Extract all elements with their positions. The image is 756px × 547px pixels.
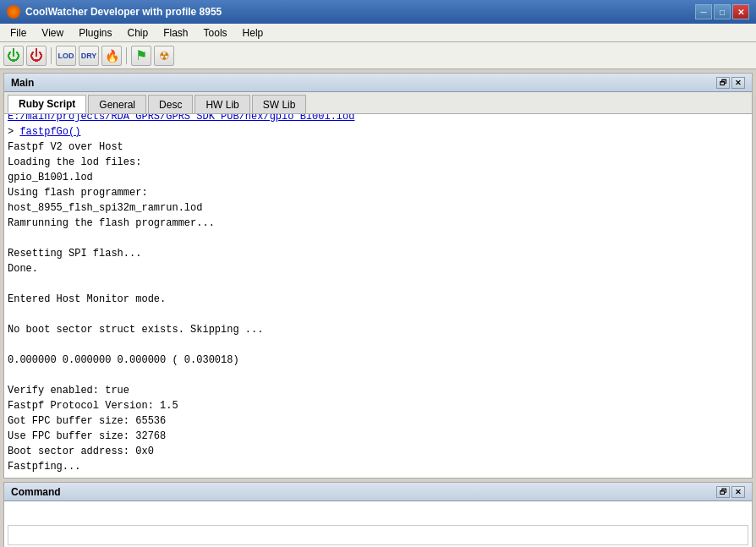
- log-line: Got FPC buffer size: 65536: [8, 413, 748, 429]
- command-panel: Command 🗗 ✕: [3, 482, 753, 547]
- log-line: Ramrunning the flash programmer...: [8, 216, 748, 231]
- log-line: [8, 276, 748, 292]
- menu-item-chip[interactable]: Chip: [121, 25, 156, 41]
- main-panel-header: Main 🗗 ✕: [4, 74, 752, 92]
- menu-bar: FileViewPluginsChipFlashToolsHelp: [0, 24, 756, 42]
- log-line: gpio_B1001.lod: [8, 170, 748, 185]
- log-line: Verify enabled: true: [8, 383, 748, 398]
- log-line: 0.000000 0.000000 0.000000 ( 0.030018): [8, 353, 748, 368]
- maximize-button[interactable]: □: [714, 4, 731, 19]
- command-panel-title: Command: [11, 486, 61, 498]
- window-title: CoolWatcher Developer with profile 8955: [25, 6, 222, 18]
- log-content-area[interactable]: EVENT SNIFFING ERROR: CONNECTION BROKEN?…: [4, 114, 752, 478]
- flag-button[interactable]: ⚑: [131, 46, 151, 66]
- toolbar: ⏻ ⏻ LOD DRY 🔥 ⚑ ☢: [0, 42, 756, 69]
- command-panel-controls: 🗗 ✕: [716, 486, 745, 498]
- log-line: [8, 368, 748, 383]
- log-line: [8, 307, 748, 322]
- main-panel-title: Main: [11, 77, 34, 89]
- app-icon: [7, 5, 20, 19]
- tab-hw-lib[interactable]: HW Lib: [194, 95, 249, 113]
- menu-item-help[interactable]: Help: [236, 25, 271, 41]
- title-bar-left: CoolWatcher Developer with profile 8955: [7, 5, 222, 19]
- command-panel-close-button[interactable]: ✕: [731, 486, 745, 498]
- log-line: Using flash programmer:: [8, 185, 748, 200]
- main-panel: Main 🗗 ✕ Ruby ScriptGeneralDescHW LibSW …: [3, 73, 753, 479]
- lod-button[interactable]: LOD: [56, 46, 76, 66]
- tab-general[interactable]: General: [88, 95, 146, 113]
- power-on-button[interactable]: ⏻: [3, 46, 24, 66]
- log-line: Done.: [8, 261, 748, 276]
- minimize-button[interactable]: ─: [695, 4, 712, 19]
- log-line: Entered Host Monitor mode.: [8, 292, 748, 307]
- log-line: E:/main/projects/RDA_GPRS/GPRS_SDK_PUB/h…: [8, 114, 748, 124]
- tab-ruby-script[interactable]: Ruby Script: [8, 95, 86, 113]
- menu-item-flash[interactable]: Flash: [156, 25, 194, 41]
- power-off-button[interactable]: ⏻: [26, 46, 47, 66]
- log-line: Fastpf Protocol Version: 1.5: [8, 398, 748, 413]
- main-panel-close-button[interactable]: ✕: [731, 77, 745, 89]
- menu-item-file[interactable]: File: [3, 25, 33, 41]
- close-window-button[interactable]: ✕: [732, 4, 749, 19]
- log-line: Fastpf V2 over Host: [8, 139, 748, 155]
- log-line: Resetting SPI flash...: [8, 246, 748, 261]
- main-panel-restore-button[interactable]: 🗗: [716, 77, 730, 89]
- log-line: [8, 231, 748, 246]
- command-panel-header: Command 🗗 ✕: [4, 483, 752, 501]
- log-line: No boot sector struct exists. Skipping .…: [8, 322, 748, 337]
- command-input-area: [4, 501, 752, 547]
- log-line: > fastpfGo(): [8, 124, 748, 139]
- main-panel-controls: 🗗 ✕: [716, 77, 745, 89]
- log-line: Loading the lod files:: [8, 155, 748, 170]
- fire-button[interactable]: 🔥: [101, 46, 122, 66]
- command-input[interactable]: [8, 525, 748, 545]
- title-bar: CoolWatcher Developer with profile 8955 …: [0, 0, 756, 24]
- menu-item-view[interactable]: View: [35, 25, 70, 41]
- log-line: [8, 337, 748, 353]
- tabs-bar: Ruby ScriptGeneralDescHW LibSW Lib: [4, 92, 752, 114]
- menu-item-plugins[interactable]: Plugins: [72, 25, 118, 41]
- log-line: Boot sector address: 0x0: [8, 444, 748, 459]
- log-line: host_8955_flsh_spi32m_ramrun.lod: [8, 200, 748, 216]
- log-line: Use FPC buffer size: 32768: [8, 429, 748, 444]
- command-panel-restore-button[interactable]: 🗗: [716, 486, 730, 498]
- window-controls: ─ □ ✕: [695, 4, 749, 19]
- dry-button[interactable]: DRY: [79, 46, 99, 66]
- toolbar-sep-1: [51, 47, 52, 64]
- radioactive-button[interactable]: ☢: [154, 46, 174, 66]
- log-link[interactable]: fastpfGo(): [19, 126, 80, 138]
- log-line: Fastpfing...: [8, 459, 748, 474]
- log-link[interactable]: E:/main/projects/RDA_GPRS/GPRS_SDK_PUB/h…: [8, 114, 354, 123]
- menu-item-tools[interactable]: Tools: [197, 25, 234, 41]
- toolbar-sep-2: [126, 47, 127, 64]
- tab-desc[interactable]: Desc: [148, 95, 193, 113]
- tab-sw-lib[interactable]: SW Lib: [252, 95, 307, 113]
